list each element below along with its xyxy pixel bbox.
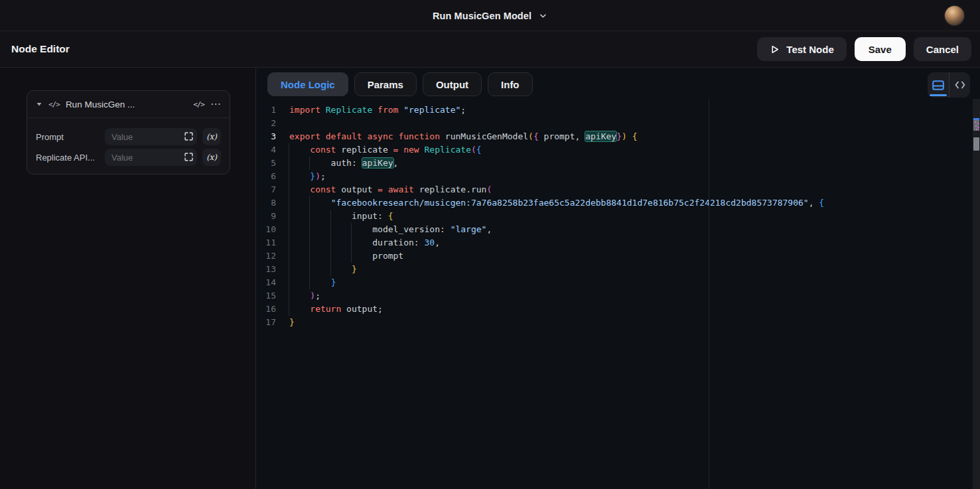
column-ruler <box>709 99 709 489</box>
indent-guide <box>289 263 289 276</box>
code-token: ) <box>622 131 627 141</box>
indent-guide <box>289 289 289 303</box>
code-token: output <box>336 184 378 194</box>
line-number: 7 <box>256 183 287 196</box>
indent-guide <box>289 210 289 223</box>
code-token: const <box>310 145 336 155</box>
field-input[interactable] <box>105 128 197 145</box>
split-view-icon <box>932 80 944 90</box>
collapse-node-button[interactable] <box>36 101 42 107</box>
code-token: , <box>435 238 440 247</box>
code-token: const <box>310 184 336 194</box>
indent-guide <box>330 263 331 276</box>
code-token: "large" <box>451 224 487 234</box>
code-text: const output = await replicate.run( <box>289 183 492 196</box>
code-token: { <box>819 198 824 208</box>
code-token: input: <box>289 211 388 221</box>
line-number: 5 <box>256 157 287 170</box>
code-token <box>372 105 378 115</box>
code-line: 4 const replicate = new Replicate({ <box>256 143 980 157</box>
highlighted-identifier: apiKey <box>362 158 393 168</box>
code-token: import <box>289 105 320 115</box>
cancel-button[interactable]: Cancel <box>914 37 971 61</box>
tab-node-logic[interactable]: Node Logic <box>267 72 348 96</box>
variable-label: (x) <box>206 132 217 141</box>
node-menu-button[interactable]: ⋯ <box>210 99 221 109</box>
node-card[interactable]: </> Run MusicGen ... </> ⋯ Prompt(x)Repl… <box>27 90 230 175</box>
indent-guide <box>309 223 310 236</box>
tab-info[interactable]: Info <box>488 72 533 96</box>
indent-guide <box>330 249 331 263</box>
code-token: { <box>533 131 539 141</box>
indent-guide <box>309 236 310 249</box>
node-canvas-panel: </> Run MusicGen ... </> ⋯ Prompt(x)Repl… <box>0 68 256 489</box>
code-token: } <box>616 131 622 141</box>
field-input-wrap <box>105 128 197 145</box>
code-line: 8 "facebookresearch/musicgen:7a76a8258b2… <box>256 196 980 210</box>
indent-guide <box>309 157 310 170</box>
view-toggle <box>928 72 970 98</box>
code-line: 2 <box>256 117 980 130</box>
code-token <box>320 131 326 141</box>
code-token: , <box>393 158 399 168</box>
code-text: input: { <box>289 210 393 223</box>
code-token: { <box>632 131 638 141</box>
code-line: 11 duration: 30, <box>256 236 980 249</box>
code-token <box>289 264 352 274</box>
indent-guide <box>289 143 289 157</box>
node-title: Run MusicGen ... <box>66 100 187 109</box>
variable-button[interactable]: (x) <box>202 128 221 145</box>
code-text: } <box>289 316 295 329</box>
variable-label: (x) <box>206 153 217 162</box>
indent-guide <box>309 249 310 263</box>
line-number: 9 <box>256 210 287 223</box>
line-number: 15 <box>256 289 287 303</box>
field-label: Prompt <box>36 132 105 142</box>
play-icon <box>770 44 780 54</box>
variable-button[interactable]: (x) <box>202 149 221 166</box>
active-view-indicator <box>930 94 947 96</box>
user-avatar[interactable] <box>945 6 964 25</box>
split-view-button[interactable] <box>928 72 949 98</box>
indent-guide <box>330 223 331 236</box>
code-editor[interactable]: 1import Replicate from "replicate";23exp… <box>256 99 980 489</box>
code-line: 6 }); <box>256 170 980 183</box>
code-token: from <box>378 105 398 115</box>
code-token: auth: <box>289 158 362 168</box>
code-token: 30 <box>425 238 435 247</box>
code-view-button[interactable] <box>949 72 970 98</box>
code-token <box>289 145 310 155</box>
line-number: 10 <box>256 223 287 236</box>
line-number: 13 <box>256 263 287 276</box>
test-node-button[interactable]: Test Node <box>757 37 846 61</box>
header-actions: Test Node Save Cancel <box>757 37 971 61</box>
edit-code-button[interactable]: </> <box>193 100 204 109</box>
expand-field-button[interactable] <box>184 153 193 161</box>
editor-header: Node Editor Test Node Save Cancel <box>0 31 980 68</box>
code-token: export <box>289 131 320 141</box>
code-token <box>627 131 632 141</box>
code-token: , <box>486 224 492 234</box>
line-number: 17 <box>256 316 287 329</box>
code-token: output; <box>341 304 383 314</box>
code-token: ; <box>315 291 320 301</box>
field-input[interactable] <box>105 149 197 166</box>
workflow-selector[interactable]: Run MusicGen Model <box>433 0 547 31</box>
code-line: 13 } <box>256 263 980 276</box>
line-number: 14 <box>256 276 287 289</box>
field-input-wrap <box>105 149 197 166</box>
field-row: Replicate API...(x) <box>36 149 221 166</box>
code-token: function <box>398 131 440 141</box>
node-type-code-icon: </> <box>48 100 60 109</box>
indent-guide <box>309 196 310 210</box>
scrollbar-thumb[interactable] <box>973 137 979 151</box>
expand-field-button[interactable] <box>184 132 193 141</box>
tab-output[interactable]: Output <box>423 72 482 96</box>
save-button[interactable]: Save <box>855 37 906 61</box>
code-text: duration: 30, <box>289 236 440 249</box>
line-number: 2 <box>256 117 287 130</box>
code-token: } <box>289 317 295 327</box>
topbar: Run MusicGen Model <box>0 0 980 31</box>
code-text: const replicate = new Replicate({ <box>289 143 482 157</box>
tab-params[interactable]: Params <box>354 72 417 96</box>
